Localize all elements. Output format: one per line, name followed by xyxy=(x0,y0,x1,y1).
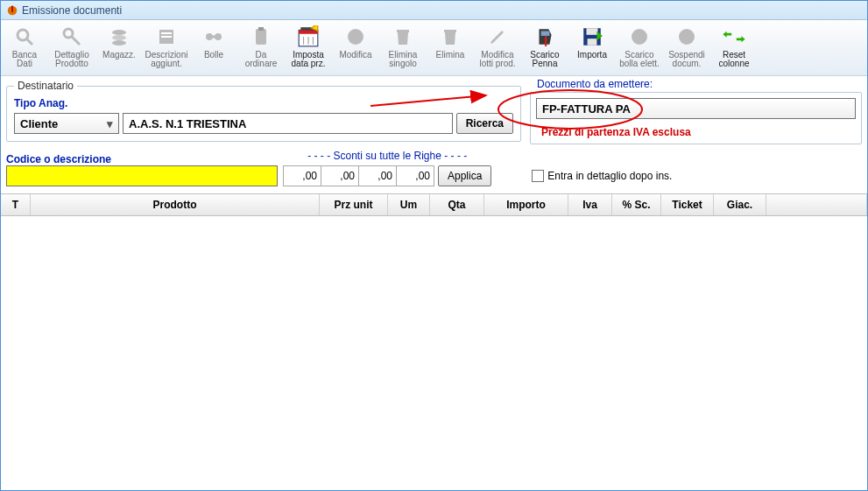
toolbar-label-10: Modifica lotti prod. xyxy=(479,51,515,68)
svg-rect-11 xyxy=(161,36,172,38)
toolbar-btn-2[interactable]: Magazz. xyxy=(96,24,142,73)
codice-input[interactable] xyxy=(6,165,278,186)
toolbar-label-4: Bolle xyxy=(204,51,223,60)
stack-icon xyxy=(107,25,131,49)
scanner-icon xyxy=(533,25,557,49)
toolbar-btn-11[interactable]: Scarico Penna xyxy=(522,24,568,73)
svg-point-7 xyxy=(112,35,126,40)
tipo-anag-label: Tipo Anag. xyxy=(14,97,513,109)
col-um[interactable]: Um xyxy=(388,194,430,215)
toolbar-btn-3[interactable]: Descrizioni aggiunt. xyxy=(144,24,189,73)
col-przunit[interactable]: Prz unit xyxy=(320,194,388,215)
save-icon xyxy=(580,25,604,49)
grid-body[interactable] xyxy=(1,216,867,461)
toolbar-label-7: Modifica xyxy=(339,51,371,60)
svg-rect-25 xyxy=(444,30,456,32)
toolbar-btn-8[interactable]: Elimina singolo xyxy=(380,24,426,73)
toolbar-label-9: Elimina xyxy=(436,51,465,60)
applica-button[interactable]: Applica xyxy=(438,165,491,186)
svg-rect-24 xyxy=(397,30,409,32)
toolbar-btn-7[interactable]: Modifica xyxy=(333,24,378,73)
toolbar-btn-0[interactable]: Banca Dati xyxy=(2,24,47,73)
toolbar-label-13: Scarico bolla elett. xyxy=(619,51,660,68)
clip-icon xyxy=(249,25,273,49)
toolbar-label-14: Sospendi docum. xyxy=(668,51,705,68)
col-iva[interactable]: Iva xyxy=(568,194,612,215)
toolbar-label-2: Magazz. xyxy=(102,51,136,60)
col-ticket[interactable]: Ticket xyxy=(661,194,714,215)
documento-group: FP-FATTURA PA Prezzi di partenza IVA esc… xyxy=(530,92,862,144)
ricerca-button[interactable]: Ricerca xyxy=(456,113,513,134)
dest-name-input[interactable]: A.A.S. N.1 TRIESTINA xyxy=(123,113,453,134)
key-icon xyxy=(60,25,84,49)
col-giac[interactable]: Giac. xyxy=(714,194,766,215)
svg-line-5 xyxy=(71,36,80,45)
svg-line-3 xyxy=(27,39,32,45)
circle-icon xyxy=(343,25,368,49)
toolbar-label-15: Reset colonne xyxy=(718,51,749,68)
toolbar-btn-14[interactable]: Sospendi docum. xyxy=(664,24,709,73)
toolbar-btn-9[interactable]: Elimina xyxy=(427,24,473,73)
doc-icon xyxy=(201,25,226,49)
toolbar-label-8: Elimina singolo xyxy=(389,51,418,68)
sconto-4[interactable]: ,00 xyxy=(396,165,434,186)
grid-header: T Prodotto Prz unit Um Qta Importo Iva %… xyxy=(1,193,867,216)
calendar-icon xyxy=(296,25,321,49)
magnifier-icon xyxy=(12,25,37,49)
trash-icon xyxy=(438,25,462,49)
dest-name-value: A.A.S. N.1 TRIESTINA xyxy=(129,117,246,130)
sconto-2[interactable]: ,00 xyxy=(321,165,359,186)
toolbar-label-6: Imposta data prz. xyxy=(292,51,326,68)
col-extra[interactable] xyxy=(766,194,867,215)
svg-point-31 xyxy=(632,29,647,45)
toolbar-btn-13[interactable]: Scarico bolla elett. xyxy=(617,24,662,73)
titlebar: Emissione documenti xyxy=(1,1,867,20)
col-prodotto[interactable]: Prodotto xyxy=(31,194,320,215)
sconto-3[interactable]: ,00 xyxy=(358,165,397,186)
svg-point-32 xyxy=(679,29,695,45)
entra-checkbox[interactable] xyxy=(532,170,544,182)
svg-point-23 xyxy=(348,29,363,45)
svg-point-8 xyxy=(112,40,126,46)
col-sc[interactable]: % Sc. xyxy=(612,194,661,215)
toolbar-label-5: Da ordinare xyxy=(245,51,278,68)
svg-rect-29 xyxy=(587,28,598,35)
arrows-icon xyxy=(722,25,746,49)
toolbar-label-0: Banca Dati xyxy=(12,51,37,68)
documento-select[interactable]: FP-FATTURA PA xyxy=(536,98,856,119)
col-importo[interactable]: Importo xyxy=(484,194,568,215)
toolbar-btn-4[interactable]: Bolle xyxy=(191,24,236,73)
col-qta[interactable]: Qta xyxy=(430,194,484,215)
col-t[interactable]: T xyxy=(1,194,31,215)
toolbar-btn-10[interactable]: Modifica lotti prod. xyxy=(475,24,520,73)
tipo-anag-value: Cliente xyxy=(20,117,58,130)
chevron-down-icon: ▾ xyxy=(103,117,116,130)
sconto-1[interactable]: ,00 xyxy=(283,165,321,186)
documento-label: Documento da emettere: xyxy=(537,78,653,90)
svg-rect-15 xyxy=(256,29,266,45)
trash-icon xyxy=(391,25,415,49)
toolbar: Banca DatiDettaglio ProdottoMagazz.Descr… xyxy=(1,20,867,76)
dest-legend: Destinatario xyxy=(14,80,77,92)
entra-label: Entra in dettaglio dopo ins. xyxy=(547,170,672,182)
svg-rect-1 xyxy=(11,5,13,11)
toolbar-label-11: Scarico Penna xyxy=(530,51,559,68)
toolbar-label-3: Descrizioni aggiunt. xyxy=(145,51,188,68)
toolbar-btn-5[interactable]: Da ordinare xyxy=(238,24,284,73)
app-icon xyxy=(6,4,18,17)
svg-rect-10 xyxy=(161,32,172,34)
toolbar-btn-6[interactable]: Imposta data prz. xyxy=(286,24,331,73)
tipo-anag-select[interactable]: Cliente ▾ xyxy=(14,113,119,134)
destinatario-group: Destinatario Tipo Anag. Cliente ▾ A.A.S.… xyxy=(6,80,521,142)
toolbar-btn-1[interactable]: Dettaglio Prodotto xyxy=(49,24,95,73)
prezzi-note: Prezzi di partenza IVA esclusa xyxy=(541,126,856,138)
svg-point-2 xyxy=(18,30,28,40)
toolbar-btn-12[interactable]: Importa xyxy=(569,24,615,73)
codice-label: Codice o descrizione xyxy=(6,153,278,165)
sconti-row: ,00 ,00 ,00 ,00 Applica xyxy=(283,165,491,186)
toolbar-btn-15[interactable]: Reset colonne xyxy=(711,24,757,73)
svg-rect-18 xyxy=(299,30,318,33)
svg-point-6 xyxy=(112,30,126,35)
toolbar-label-12: Importa xyxy=(577,51,607,60)
svg-rect-16 xyxy=(258,27,264,31)
